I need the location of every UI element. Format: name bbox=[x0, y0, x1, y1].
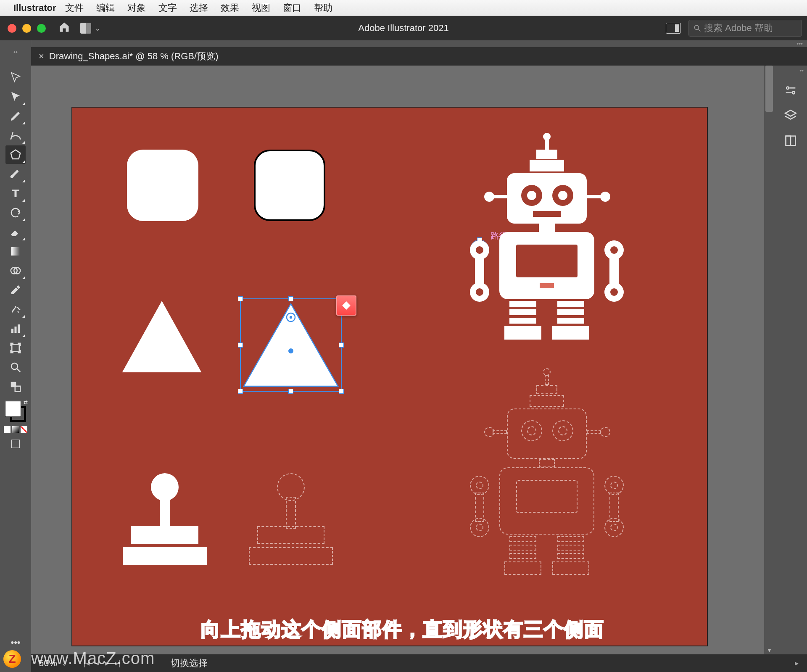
chevron-down-icon: ⌄ bbox=[95, 24, 101, 33]
app-titlebar: ⌄ Adobe Illustrator 2021 搜索 Adobe 帮助 bbox=[0, 16, 807, 40]
menu-effect[interactable]: 效果 bbox=[221, 2, 239, 14]
eyedropper-tool[interactable] bbox=[5, 281, 26, 299]
graph-tool[interactable] bbox=[5, 319, 26, 338]
shape-joystick-outline[interactable] bbox=[249, 473, 333, 570]
menu-type[interactable]: 文字 bbox=[158, 2, 177, 14]
tutorial-caption: 向上拖动这个侧面部件，直到形状有三个侧面 bbox=[201, 617, 604, 643]
selection-handle[interactable] bbox=[288, 389, 293, 394]
fill-stroke-swatch[interactable]: ⇄ bbox=[5, 401, 26, 422]
workspace: ⇄ ••• bbox=[0, 66, 807, 654]
shape-rounded-square-2[interactable] bbox=[254, 150, 325, 221]
selection-handle[interactable] bbox=[238, 389, 243, 394]
shape-robot[interactable] bbox=[459, 133, 636, 360]
symbol-sprayer-tool[interactable] bbox=[5, 300, 26, 319]
none-fill-icon[interactable] bbox=[21, 426, 27, 433]
svg-rect-7 bbox=[15, 327, 17, 333]
libraries-panel-icon[interactable] bbox=[783, 134, 798, 150]
toolbar: ⇄ ••• bbox=[0, 66, 31, 654]
curvature-tool[interactable] bbox=[5, 126, 26, 145]
selection-handle[interactable] bbox=[238, 343, 243, 348]
zoom-tool[interactable] bbox=[5, 358, 26, 377]
menu-window[interactable]: 窗口 bbox=[283, 2, 301, 14]
search-icon bbox=[693, 24, 702, 32]
eraser-tool[interactable] bbox=[5, 223, 26, 241]
window-controls bbox=[8, 24, 46, 33]
svg-line-1 bbox=[699, 29, 701, 32]
svg-marker-14 bbox=[122, 301, 202, 372]
canvas[interactable]: 路径 bbox=[31, 66, 774, 654]
shape-builder-tool[interactable] bbox=[5, 261, 26, 280]
menu-view[interactable]: 视图 bbox=[252, 2, 270, 14]
menu-select[interactable]: 选择 bbox=[190, 2, 208, 14]
polygon-side-widget[interactable] bbox=[336, 295, 356, 316]
menu-help[interactable]: 帮助 bbox=[314, 2, 332, 14]
svg-rect-25 bbox=[786, 136, 791, 146]
brush-tool[interactable] bbox=[5, 165, 26, 183]
dock-overflow-icon[interactable]: •• bbox=[799, 67, 807, 74]
shape-rounded-square-1[interactable] bbox=[127, 150, 198, 221]
shape-triangle-selected[interactable] bbox=[240, 299, 341, 391]
menu-object[interactable]: 对象 bbox=[127, 2, 146, 14]
app-title: Adobe Illustrator 2021 bbox=[358, 23, 448, 34]
svg-rect-9 bbox=[12, 344, 19, 352]
status-menu-icon[interactable]: ▸ bbox=[795, 659, 799, 668]
solid-fill-icon[interactable] bbox=[4, 426, 11, 433]
vertical-scrollbar[interactable]: ▴ ▾ bbox=[764, 66, 774, 654]
fill-color[interactable] bbox=[5, 401, 21, 417]
search-help-input[interactable]: 搜索 Adobe 帮助 bbox=[688, 20, 802, 37]
screen-mode-icon[interactable] bbox=[11, 440, 20, 448]
gradient-fill-icon[interactable] bbox=[12, 426, 19, 433]
polygon-tool[interactable] bbox=[5, 145, 26, 164]
shape-joystick[interactable] bbox=[123, 473, 207, 570]
mac-menubar: Illustrator 文件 编辑 对象 文字 选择 效果 视图 窗口 帮助 bbox=[0, 0, 807, 16]
rotate-tool[interactable] bbox=[5, 203, 26, 222]
strip-overflow-icon[interactable]: ••• bbox=[792, 40, 807, 47]
fill-stroke-swap-icon[interactable] bbox=[5, 377, 26, 396]
watermark: www.MacZ.com bbox=[31, 649, 155, 668]
direct-selection-tool[interactable] bbox=[5, 87, 26, 106]
app-name[interactable]: Illustrator bbox=[13, 3, 56, 13]
layers-panel-icon[interactable] bbox=[783, 108, 798, 124]
workspace-layout-icon[interactable]: ⌄ bbox=[80, 23, 101, 34]
properties-panel-icon[interactable] bbox=[783, 83, 798, 99]
menu-edit[interactable]: 编辑 bbox=[96, 2, 115, 14]
svg-point-0 bbox=[694, 25, 699, 29]
svg-point-18 bbox=[290, 316, 292, 319]
shape-robot-outline[interactable] bbox=[459, 368, 636, 595]
edit-toolbar-icon[interactable]: ••• bbox=[5, 633, 26, 652]
artboard-tool[interactable] bbox=[5, 339, 26, 357]
type-tool[interactable] bbox=[5, 184, 26, 203]
tab-close-icon[interactable]: × bbox=[39, 51, 44, 62]
svg-point-20 bbox=[786, 87, 789, 90]
artboard[interactable]: 路径 bbox=[72, 108, 707, 646]
selection-handle[interactable] bbox=[339, 343, 344, 348]
selection-handle[interactable] bbox=[238, 296, 243, 301]
selection-handle[interactable] bbox=[288, 296, 293, 301]
pen-tool[interactable] bbox=[5, 107, 26, 125]
search-placeholder: 搜索 Adobe 帮助 bbox=[704, 22, 773, 34]
scrollbar-thumb[interactable] bbox=[765, 66, 773, 112]
menu-file[interactable]: 文件 bbox=[65, 2, 84, 14]
close-window-icon[interactable] bbox=[8, 24, 16, 33]
svg-line-11 bbox=[17, 369, 21, 372]
control-strip: ••• bbox=[0, 40, 807, 47]
watermark-badge: Z bbox=[3, 650, 21, 668]
selection-handle[interactable] bbox=[339, 389, 344, 394]
gradient-tool[interactable] bbox=[5, 242, 26, 261]
status-mode[interactable]: 切换选择 bbox=[171, 657, 208, 669]
document-tab-label[interactable]: Drawing_Shapes.ai* @ 58 % (RGB/预览) bbox=[49, 50, 219, 63]
document-tabs: •• × Drawing_Shapes.ai* @ 58 % (RGB/预览) bbox=[0, 47, 807, 66]
svg-marker-2 bbox=[11, 150, 21, 159]
selection-tool[interactable] bbox=[5, 68, 26, 87]
svg-rect-3 bbox=[11, 247, 20, 256]
shape-triangle-1[interactable] bbox=[122, 301, 202, 372]
svg-rect-6 bbox=[11, 329, 13, 333]
home-icon[interactable] bbox=[58, 21, 70, 36]
toolbar-drag-icon[interactable]: •• bbox=[13, 49, 18, 55]
maximize-window-icon[interactable] bbox=[37, 24, 46, 33]
svg-point-10 bbox=[11, 363, 18, 369]
scroll-down-icon[interactable]: ▾ bbox=[764, 647, 774, 654]
minimize-window-icon[interactable] bbox=[22, 24, 31, 33]
swap-icon[interactable]: ⇄ bbox=[24, 399, 28, 405]
panel-toggle-icon[interactable] bbox=[666, 23, 681, 34]
